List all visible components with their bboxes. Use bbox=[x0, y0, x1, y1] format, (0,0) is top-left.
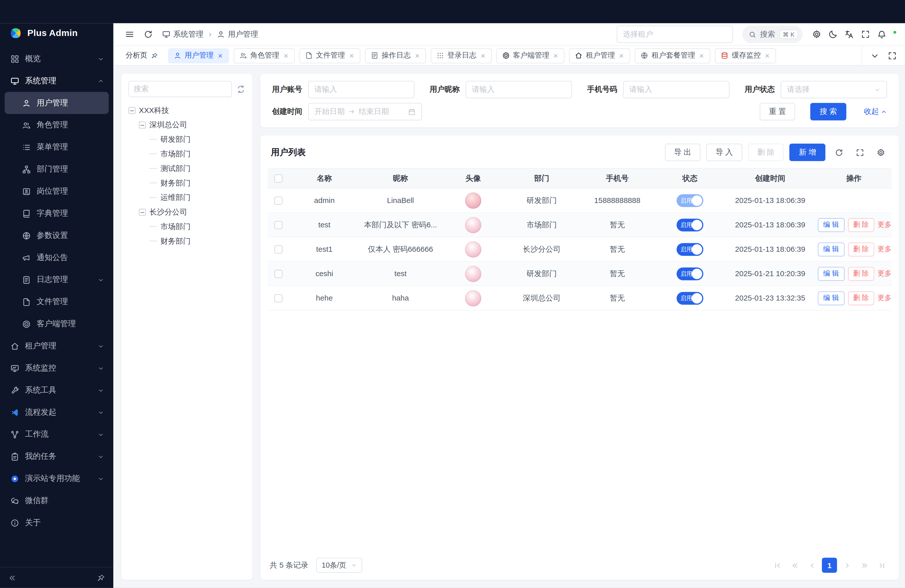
tree-node-测试部门[interactable]: 测试部门 bbox=[129, 161, 245, 176]
row-checkbox[interactable] bbox=[274, 221, 282, 229]
row-delete-button[interactable]: 删 除 bbox=[848, 291, 874, 305]
tree-node-市场部门[interactable]: 市场部门 bbox=[129, 147, 245, 161]
moon-button[interactable] bbox=[825, 26, 841, 43]
translate-button[interactable] bbox=[841, 26, 857, 43]
sidebar-item-演示站专用功能[interactable]: 演示站专用功能 bbox=[5, 467, 109, 489]
collapse-sidebar-icon[interactable] bbox=[8, 574, 16, 582]
sidebar-item-流程发起[interactable]: 流程发起 bbox=[5, 401, 109, 423]
import-button[interactable]: 导 入 bbox=[707, 144, 742, 161]
filter-input-手机号码[interactable]: 请输入 bbox=[623, 81, 730, 98]
table-fullscreen-button[interactable] bbox=[852, 145, 867, 160]
edit-button[interactable]: 编 辑 bbox=[818, 267, 845, 280]
date-range-input[interactable]: 开始日期 结束日期 bbox=[308, 103, 422, 120]
tab-缓存监控[interactable]: 缓存监控 bbox=[715, 48, 776, 63]
tab-用户管理[interactable]: 用户管理 bbox=[168, 48, 229, 63]
filter-input-用户昵称[interactable]: 请输入 bbox=[465, 81, 572, 98]
sidebar-item-租户管理[interactable]: 租户管理 bbox=[5, 335, 109, 357]
sidebar-item-文件管理[interactable]: 文件管理 bbox=[5, 291, 109, 313]
row-checkbox[interactable] bbox=[274, 197, 282, 205]
refresh-page-button[interactable] bbox=[140, 26, 156, 43]
sidebar-item-部门管理[interactable]: 部门管理 bbox=[5, 158, 109, 180]
sidebar-item-微信群[interactable]: 微信群 bbox=[5, 489, 109, 512]
more-button[interactable]: 更多 bbox=[878, 269, 891, 277]
page-size-select[interactable]: 10条/页 bbox=[316, 558, 362, 573]
tab-close-icon[interactable] bbox=[348, 52, 354, 58]
bell-button[interactable] bbox=[873, 26, 890, 43]
tab-租户套餐管理[interactable]: 租户套餐管理 bbox=[635, 48, 710, 63]
sidebar-item-系统监控[interactable]: 系统监控 bbox=[5, 357, 109, 379]
row-delete-button[interactable]: 删 除 bbox=[848, 218, 874, 232]
more-button[interactable]: 更多 bbox=[878, 220, 891, 228]
more-button[interactable]: 更多 bbox=[878, 245, 891, 253]
global-search[interactable]: 搜索 ⌘ K bbox=[742, 25, 803, 43]
sidebar-item-参数设置[interactable]: 参数设置 bbox=[5, 224, 109, 247]
tab-文件管理[interactable]: 文件管理 bbox=[299, 48, 360, 63]
export-button[interactable]: 导 出 bbox=[665, 144, 700, 161]
tab-close-icon[interactable] bbox=[553, 52, 559, 58]
page-last-button[interactable] bbox=[874, 558, 889, 573]
tree-search-input[interactable]: 搜索 bbox=[129, 81, 232, 97]
status-toggle[interactable]: 启用 bbox=[676, 292, 703, 305]
tab-客户端管理[interactable]: 客户端管理 bbox=[496, 48, 564, 63]
batch-delete-button[interactable]: 删 除 bbox=[748, 144, 784, 161]
page-forward-button[interactable] bbox=[857, 558, 872, 573]
more-button[interactable]: 更多 bbox=[878, 294, 891, 302]
status-toggle[interactable]: 启用 bbox=[676, 218, 703, 231]
tab-操作日志[interactable]: 操作日志 bbox=[365, 48, 426, 63]
tree-node-财务部门[interactable]: 财务部门 bbox=[129, 176, 245, 190]
select-all-checkbox[interactable] bbox=[274, 175, 282, 183]
sidebar-item-字典管理[interactable]: 字典管理 bbox=[5, 202, 109, 224]
sidebar-item-我的任务[interactable]: 我的任务 bbox=[5, 445, 109, 467]
fullscreen-button[interactable] bbox=[857, 26, 873, 43]
tab-close-icon[interactable] bbox=[618, 52, 624, 58]
tree-collapse-icon[interactable] bbox=[129, 106, 135, 114]
edit-button[interactable]: 编 辑 bbox=[818, 242, 845, 256]
sidebar-item-客户端管理[interactable]: 客户端管理 bbox=[5, 313, 109, 335]
tab-close-icon[interactable] bbox=[414, 52, 420, 58]
sidebar-item-关于[interactable]: 关于 bbox=[5, 512, 109, 534]
sidebar-pin-icon[interactable] bbox=[97, 574, 105, 582]
tab-close-icon[interactable] bbox=[283, 52, 289, 58]
row-delete-button[interactable]: 删 除 bbox=[848, 267, 874, 280]
gear-button[interactable] bbox=[808, 26, 825, 43]
tree-node-研发部门[interactable]: 研发部门 bbox=[129, 132, 245, 147]
tree-node-深圳总公司[interactable]: 深圳总公司 bbox=[129, 118, 245, 132]
sidebar-item-菜单管理[interactable]: 菜单管理 bbox=[5, 136, 109, 158]
page-first-button[interactable] bbox=[770, 558, 784, 573]
filter-select-用户状态[interactable]: 请选择 bbox=[781, 81, 887, 98]
row-checkbox[interactable] bbox=[274, 270, 282, 278]
status-toggle[interactable]: 启用 bbox=[676, 267, 703, 280]
tenant-select[interactable]: 选择租户 bbox=[616, 25, 732, 43]
tree-collapse-icon[interactable] bbox=[139, 121, 146, 128]
tree-refresh-icon[interactable] bbox=[237, 84, 245, 93]
tab-dropdown-button[interactable] bbox=[867, 47, 883, 64]
tab-租户管理[interactable]: 租户管理 bbox=[569, 48, 630, 63]
row-checkbox[interactable] bbox=[274, 294, 282, 302]
table-settings-button[interactable] bbox=[873, 145, 888, 160]
table-refresh-button[interactable] bbox=[831, 145, 846, 160]
brand[interactable]: Plus Admin bbox=[0, 23, 113, 45]
tab-登录日志[interactable]: 登录日志 bbox=[430, 48, 491, 63]
sidebar-item-用户管理[interactable]: 用户管理 bbox=[5, 92, 109, 114]
tree-node-市场部门[interactable]: 市场部门 bbox=[129, 219, 245, 234]
status-toggle[interactable]: 启用 bbox=[676, 243, 703, 256]
tree-node-长沙分公司[interactable]: 长沙分公司 bbox=[129, 205, 245, 219]
sidebar-item-系统工具[interactable]: 系统工具 bbox=[5, 379, 109, 401]
page-number[interactable]: 1 bbox=[822, 558, 837, 573]
add-button[interactable]: 新 增 bbox=[790, 144, 825, 161]
hamburger-menu-button[interactable] bbox=[121, 26, 138, 43]
tab-close-icon[interactable] bbox=[480, 52, 486, 58]
tab-分析页[interactable]: 分析页 bbox=[121, 48, 163, 63]
tab-fullscreen-button[interactable] bbox=[884, 47, 900, 64]
sidebar-item-日志管理[interactable]: 日志管理 bbox=[5, 269, 109, 291]
breadcrumb-item-用户管理[interactable]: 用户管理 bbox=[217, 29, 258, 40]
tab-close-icon[interactable] bbox=[764, 52, 770, 58]
edit-button[interactable]: 编 辑 bbox=[818, 291, 845, 305]
sidebar-item-岗位管理[interactable]: 岗位管理 bbox=[5, 180, 109, 202]
tree-node-XXX科技[interactable]: XXX科技 bbox=[129, 103, 245, 118]
row-checkbox[interactable] bbox=[274, 245, 282, 254]
tree-node-财务部门[interactable]: 财务部门 bbox=[129, 234, 245, 248]
page-back-button[interactable] bbox=[787, 558, 802, 573]
sidebar-item-通知公告[interactable]: 通知公告 bbox=[5, 246, 109, 269]
sidebar-item-角色管理[interactable]: 角色管理 bbox=[5, 114, 109, 136]
